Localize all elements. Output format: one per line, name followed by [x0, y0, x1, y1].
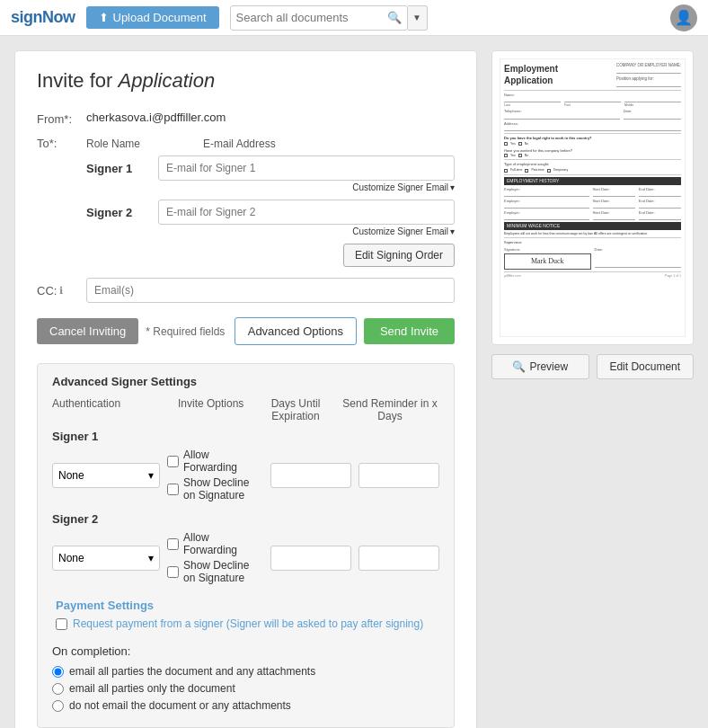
cc-input[interactable] [86, 278, 455, 303]
signer-2-allow-forwarding: Allow Forwarding [167, 531, 263, 556]
signer-2-settings: Signer 2 None ▾ Allow Forwarding Show [52, 512, 439, 584]
completion-radio-2[interactable] [52, 683, 64, 695]
signer-1-name: Signer 1 [86, 162, 158, 175]
required-fields-text: * Required fields [146, 325, 226, 338]
upload-button[interactable]: ⬆ Upload Document [86, 6, 219, 29]
payment-section: Payment Settings Request payment from a … [52, 599, 439, 630]
completion-option-1: email all parties the document and any a… [52, 665, 439, 678]
signer-2-email-input[interactable] [158, 200, 455, 225]
signer-2-auth-select[interactable]: None ▾ [52, 546, 160, 571]
signer-2-settings-row: None ▾ Allow Forwarding Show Decline on … [52, 531, 439, 584]
signer-1-settings: Signer 1 None ▾ Allow Forwarding Show [52, 430, 439, 502]
completion-radio-1[interactable] [52, 666, 64, 678]
signer-1-allow-forwarding: Allow Forwarding [167, 448, 263, 474]
signer-1-block: Signer 1 Customize Signer Email ▾ [37, 155, 455, 192]
advanced-settings-title: Advanced Signer Settings [52, 375, 439, 388]
signer-1-email-input[interactable] [158, 155, 455, 181]
payment-checkbox[interactable] [56, 618, 67, 630]
edit-signing-order-container: Edit Signing Order [37, 244, 455, 267]
upload-icon: ⬆ [99, 11, 109, 24]
signer-1-reminder-input[interactable]: 0 [358, 463, 439, 488]
advanced-settings-section: Advanced Signer Settings Authentication … [37, 363, 455, 728]
signature-area: Mark Duck [504, 253, 591, 270]
auth-dropdown-icon: ▾ [148, 469, 154, 482]
days-col-header: Days Until Expiration [251, 397, 341, 422]
doc-divider-1 [504, 90, 681, 91]
signer-1-auth-select[interactable]: None ▾ [52, 463, 160, 488]
signer-2-customize-link[interactable]: Customize Signer Email ▾ [86, 226, 455, 236]
invite-col-header: Invite Options [178, 397, 251, 422]
doc-content: Employment Application COMPANY OR EMPLOY… [500, 59, 685, 281]
preview-button[interactable]: 🔍 Preview [491, 354, 589, 379]
document-thumbnail: Employment Application COMPANY OR EMPLOY… [500, 58, 686, 337]
settings-header: Authentication Invite Options Days Until… [52, 397, 439, 422]
to-label: To*: [37, 137, 86, 150]
completion-option-2: email all parties only the document [52, 682, 439, 695]
from-row: From*: cherkasova.i@pdffiller.com [37, 111, 455, 126]
payment-settings-title[interactable]: Payment Settings [56, 599, 439, 612]
right-panel: Employment Application COMPANY OR EMPLOY… [491, 50, 694, 728]
reminder-col-header: Send Reminder in x Days [341, 397, 439, 422]
payment-checkbox-row: Request payment from a signer (Signer wi… [56, 617, 439, 630]
cc-info-icon: ℹ [59, 285, 63, 297]
completion-radio-3[interactable] [52, 700, 64, 712]
document-preview: Employment Application COMPANY OR EMPLOY… [491, 50, 694, 345]
main-content: Invite for Application From*: cherkasova… [0, 36, 708, 728]
completion-title: On completion: [52, 644, 439, 658]
send-invite-button[interactable]: Send Invite [364, 318, 455, 344]
edit-document-button[interactable]: Edit Document [597, 354, 695, 379]
signer-1-options: Allow Forwarding Show Decline on Signatu… [167, 448, 263, 502]
signer-1-settings-row: None ▾ Allow Forwarding Show Decline on … [52, 448, 439, 502]
doc-title-area: Employment Application COMPANY OR EMPLOY… [504, 63, 681, 87]
signer-2-row: Signer 2 [86, 200, 455, 225]
search-input[interactable] [236, 11, 387, 24]
cancel-inviting-button[interactable]: Cancel Inviting [37, 318, 138, 344]
auth-col-header: Authentication [52, 397, 178, 422]
cc-label: CC: ℹ [37, 284, 86, 297]
signer-2-days-input[interactable]: 30 [270, 546, 351, 571]
auth-2-dropdown-icon: ▾ [148, 552, 154, 564]
signer-2-settings-title: Signer 2 [52, 512, 439, 526]
doc-main-title: Employment Application [504, 63, 558, 87]
preview-buttons: 🔍 Preview Edit Document [491, 354, 694, 379]
signer-2-allow-forwarding-checkbox[interactable] [167, 538, 179, 550]
search-dropdown-button[interactable]: ▼ [408, 5, 428, 31]
preview-icon: 🔍 [512, 360, 526, 373]
edit-signing-order-button[interactable]: Edit Signing Order [343, 244, 455, 267]
signer-2-name: Signer 2 [86, 206, 158, 219]
col-role-header: Role Name [86, 138, 203, 150]
signer-1-days-input[interactable]: 30 [270, 463, 351, 488]
signer-2-reminder-input[interactable]: 0 [358, 546, 439, 571]
action-row: Cancel Inviting * Required fields Advanc… [37, 317, 455, 345]
header: signNow ⬆ Upload Document 🔍 ▼ 👤 [0, 0, 708, 36]
signer-1-show-decline: Show Decline on Signature [167, 476, 263, 502]
logo: signNow [11, 8, 75, 27]
signer-2-block: Signer 2 Customize Signer Email ▾ [37, 200, 455, 236]
from-value: cherkasova.i@pdffiller.com [86, 111, 226, 124]
avatar: 👤 [670, 4, 697, 31]
signer-1-show-decline-checkbox[interactable] [167, 484, 179, 495]
doc-divider-2 [504, 133, 681, 134]
search-icon: 🔍 [387, 11, 402, 24]
signer-1-customize-link[interactable]: Customize Signer Email ▾ [86, 182, 455, 192]
col-email-header: E-mail Address [203, 138, 276, 150]
to-header: To*: Role Name E-mail Address [37, 137, 455, 150]
doc-company-label: COMPANY OR EMPLOYER NAME: Position apply… [616, 63, 681, 87]
cc-row: CC: ℹ [37, 278, 455, 303]
completion-section: On completion: email all parties the doc… [52, 644, 439, 712]
signer-2-options: Allow Forwarding Show Decline on Signatu… [167, 531, 263, 584]
signer-1-allow-forwarding-checkbox[interactable] [167, 456, 179, 467]
advanced-options-button[interactable]: Advanced Options [235, 317, 357, 345]
signer-2-show-decline-checkbox[interactable] [167, 566, 179, 578]
completion-option-3: do not email the document or any attachm… [52, 699, 439, 712]
signer-1-row: Signer 1 [86, 155, 455, 181]
signer-2-show-decline: Show Decline on Signature [167, 559, 263, 584]
signer-1-settings-title: Signer 1 [52, 430, 439, 443]
invite-title: Invite for Application [37, 69, 455, 93]
left-panel: Invite for Application From*: cherkasova… [14, 50, 477, 728]
search-wrapper: 🔍 [230, 5, 408, 31]
from-label: From*: [37, 111, 86, 126]
